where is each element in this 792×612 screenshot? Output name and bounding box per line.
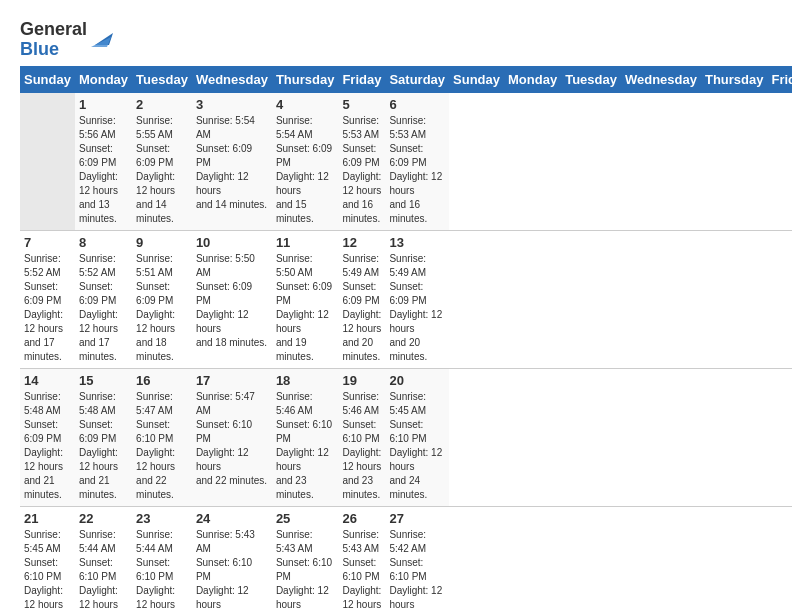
day-info: Sunrise: 5:48 AM Sunset: 6:09 PM Dayligh… — [79, 390, 128, 502]
column-header-tuesday: Tuesday — [561, 66, 621, 93]
day-info: Sunrise: 5:49 AM Sunset: 6:09 PM Dayligh… — [389, 252, 445, 364]
calendar-cell: 7Sunrise: 5:52 AM Sunset: 6:09 PM Daylig… — [20, 230, 75, 368]
day-info: Sunrise: 5:54 AM Sunset: 6:09 PM Dayligh… — [196, 114, 268, 212]
calendar-week-row: 21Sunrise: 5:45 AM Sunset: 6:10 PM Dayli… — [20, 506, 792, 612]
day-number: 23 — [136, 511, 188, 526]
day-number: 12 — [342, 235, 381, 250]
calendar-header-row: SundayMondayTuesdayWednesdayThursdayFrid… — [20, 66, 792, 93]
day-number: 21 — [24, 511, 71, 526]
column-header-saturday: Saturday — [385, 66, 449, 93]
day-info: Sunrise: 5:55 AM Sunset: 6:09 PM Dayligh… — [136, 114, 188, 226]
column-header-monday: Monday — [75, 66, 132, 93]
calendar-cell: 17Sunrise: 5:47 AM Sunset: 6:10 PM Dayli… — [192, 368, 272, 506]
column-header-friday: Friday — [767, 66, 792, 93]
column-header-friday: Friday — [338, 66, 385, 93]
day-number: 17 — [196, 373, 268, 388]
calendar-cell: 22Sunrise: 5:44 AM Sunset: 6:10 PM Dayli… — [75, 506, 132, 612]
day-number: 14 — [24, 373, 71, 388]
day-info: Sunrise: 5:51 AM Sunset: 6:09 PM Dayligh… — [136, 252, 188, 364]
calendar-cell: 12Sunrise: 5:49 AM Sunset: 6:09 PM Dayli… — [338, 230, 385, 368]
calendar-week-row: 7Sunrise: 5:52 AM Sunset: 6:09 PM Daylig… — [20, 230, 792, 368]
day-number: 26 — [342, 511, 381, 526]
calendar-cell: 13Sunrise: 5:49 AM Sunset: 6:09 PM Dayli… — [385, 230, 449, 368]
day-info: Sunrise: 5:50 AM Sunset: 6:09 PM Dayligh… — [276, 252, 335, 364]
calendar-cell: 5Sunrise: 5:53 AM Sunset: 6:09 PM Daylig… — [338, 93, 385, 231]
day-number: 8 — [79, 235, 128, 250]
day-info: Sunrise: 5:43 AM Sunset: 6:10 PM Dayligh… — [196, 528, 268, 612]
day-info: Sunrise: 5:54 AM Sunset: 6:09 PM Dayligh… — [276, 114, 335, 226]
column-header-tuesday: Tuesday — [132, 66, 192, 93]
logo-bird-icon — [91, 25, 113, 55]
day-number: 11 — [276, 235, 335, 250]
day-number: 16 — [136, 373, 188, 388]
column-header-wednesday: Wednesday — [192, 66, 272, 93]
day-info: Sunrise: 5:44 AM Sunset: 6:10 PM Dayligh… — [79, 528, 128, 612]
calendar-cell: 15Sunrise: 5:48 AM Sunset: 6:09 PM Dayli… — [75, 368, 132, 506]
calendar-cell: 8Sunrise: 5:52 AM Sunset: 6:09 PM Daylig… — [75, 230, 132, 368]
calendar-cell: 23Sunrise: 5:44 AM Sunset: 6:10 PM Dayli… — [132, 506, 192, 612]
column-header-thursday: Thursday — [701, 66, 768, 93]
day-number: 3 — [196, 97, 268, 112]
day-number: 9 — [136, 235, 188, 250]
calendar-cell: 26Sunrise: 5:43 AM Sunset: 6:10 PM Dayli… — [338, 506, 385, 612]
calendar-cell: 18Sunrise: 5:46 AM Sunset: 6:10 PM Dayli… — [272, 368, 339, 506]
day-number: 19 — [342, 373, 381, 388]
day-number: 2 — [136, 97, 188, 112]
column-header-sunday: Sunday — [449, 66, 504, 93]
day-info: Sunrise: 5:49 AM Sunset: 6:09 PM Dayligh… — [342, 252, 381, 364]
day-info: Sunrise: 5:47 AM Sunset: 6:10 PM Dayligh… — [196, 390, 268, 488]
day-info: Sunrise: 5:47 AM Sunset: 6:10 PM Dayligh… — [136, 390, 188, 502]
column-header-wednesday: Wednesday — [621, 66, 701, 93]
day-number: 5 — [342, 97, 381, 112]
logo-blue-text: Blue — [20, 40, 87, 60]
column-header-monday: Monday — [504, 66, 561, 93]
logo: General Blue — [20, 20, 113, 60]
day-number: 4 — [276, 97, 335, 112]
day-info: Sunrise: 5:46 AM Sunset: 6:10 PM Dayligh… — [276, 390, 335, 502]
calendar-cell: 3Sunrise: 5:54 AM Sunset: 6:09 PM Daylig… — [192, 93, 272, 231]
calendar-cell: 2Sunrise: 5:55 AM Sunset: 6:09 PM Daylig… — [132, 93, 192, 231]
day-number: 18 — [276, 373, 335, 388]
day-info: Sunrise: 5:48 AM Sunset: 6:09 PM Dayligh… — [24, 390, 71, 502]
calendar-week-row: 1Sunrise: 5:56 AM Sunset: 6:09 PM Daylig… — [20, 93, 792, 231]
day-number: 27 — [389, 511, 445, 526]
day-info: Sunrise: 5:52 AM Sunset: 6:09 PM Dayligh… — [24, 252, 71, 364]
column-header-thursday: Thursday — [272, 66, 339, 93]
day-number: 7 — [24, 235, 71, 250]
day-info: Sunrise: 5:45 AM Sunset: 6:10 PM Dayligh… — [24, 528, 71, 612]
calendar-cell: 6Sunrise: 5:53 AM Sunset: 6:09 PM Daylig… — [385, 93, 449, 231]
day-number: 15 — [79, 373, 128, 388]
calendar-cell: 27Sunrise: 5:42 AM Sunset: 6:10 PM Dayli… — [385, 506, 449, 612]
calendar-cell: 21Sunrise: 5:45 AM Sunset: 6:10 PM Dayli… — [20, 506, 75, 612]
calendar-cell: 14Sunrise: 5:48 AM Sunset: 6:09 PM Dayli… — [20, 368, 75, 506]
day-info: Sunrise: 5:53 AM Sunset: 6:09 PM Dayligh… — [389, 114, 445, 226]
day-number: 1 — [79, 97, 128, 112]
calendar-cell: 16Sunrise: 5:47 AM Sunset: 6:10 PM Dayli… — [132, 368, 192, 506]
calendar-cell: 1Sunrise: 5:56 AM Sunset: 6:09 PM Daylig… — [75, 93, 132, 231]
calendar-table: SundayMondayTuesdayWednesdayThursdayFrid… — [20, 66, 792, 612]
day-info: Sunrise: 5:44 AM Sunset: 6:10 PM Dayligh… — [136, 528, 188, 612]
calendar-cell: 24Sunrise: 5:43 AM Sunset: 6:10 PM Dayli… — [192, 506, 272, 612]
page-header: General Blue — [20, 20, 772, 60]
day-info: Sunrise: 5:53 AM Sunset: 6:09 PM Dayligh… — [342, 114, 381, 226]
day-info: Sunrise: 5:43 AM Sunset: 6:10 PM Dayligh… — [276, 528, 335, 612]
day-info: Sunrise: 5:50 AM Sunset: 6:09 PM Dayligh… — [196, 252, 268, 350]
day-number: 20 — [389, 373, 445, 388]
calendar-cell: 10Sunrise: 5:50 AM Sunset: 6:09 PM Dayli… — [192, 230, 272, 368]
day-number: 24 — [196, 511, 268, 526]
column-header-sunday: Sunday — [20, 66, 75, 93]
day-info: Sunrise: 5:56 AM Sunset: 6:09 PM Dayligh… — [79, 114, 128, 226]
calendar-cell: 20Sunrise: 5:45 AM Sunset: 6:10 PM Dayli… — [385, 368, 449, 506]
calendar-cell: 4Sunrise: 5:54 AM Sunset: 6:09 PM Daylig… — [272, 93, 339, 231]
day-number: 10 — [196, 235, 268, 250]
day-number: 6 — [389, 97, 445, 112]
calendar-cell: 11Sunrise: 5:50 AM Sunset: 6:09 PM Dayli… — [272, 230, 339, 368]
calendar-cell: 9Sunrise: 5:51 AM Sunset: 6:09 PM Daylig… — [132, 230, 192, 368]
day-number: 22 — [79, 511, 128, 526]
calendar-week-row: 14Sunrise: 5:48 AM Sunset: 6:09 PM Dayli… — [20, 368, 792, 506]
day-number: 13 — [389, 235, 445, 250]
day-info: Sunrise: 5:42 AM Sunset: 6:10 PM Dayligh… — [389, 528, 445, 612]
logo-general-text: General — [20, 20, 87, 40]
day-info: Sunrise: 5:52 AM Sunset: 6:09 PM Dayligh… — [79, 252, 128, 364]
svg-marker-1 — [91, 37, 111, 47]
